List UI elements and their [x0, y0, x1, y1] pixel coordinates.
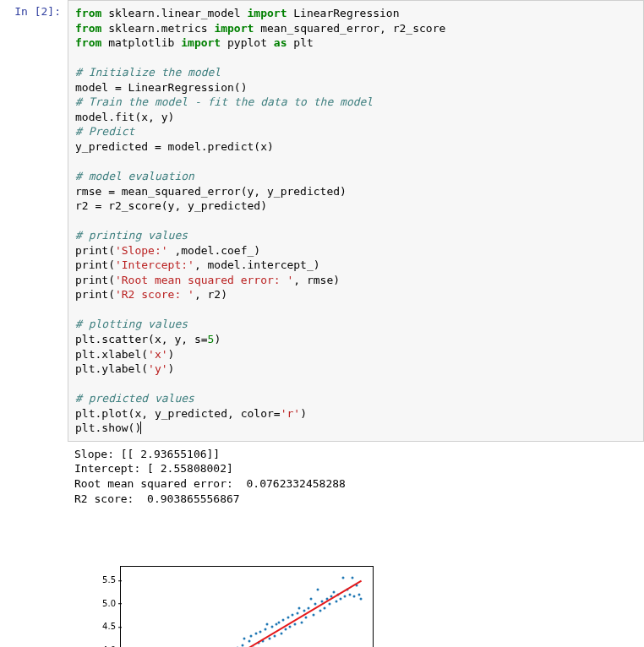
data-point — [319, 609, 321, 612]
data-point — [296, 612, 298, 614]
data-point — [335, 600, 337, 602]
data-point — [280, 633, 282, 635]
data-point — [289, 626, 292, 628]
data-point — [351, 577, 353, 579]
data-point — [360, 598, 363, 601]
data-point — [293, 623, 296, 626]
data-point — [312, 614, 314, 617]
data-point — [269, 637, 271, 639]
input-prompt: In [2]: — [0, 0, 68, 442]
data-point — [287, 617, 289, 619]
data-point — [324, 607, 326, 610]
plot-area: 2.53.03.54.04.55.05.50.00.20.40.60.81.0 — [120, 566, 374, 647]
data-point — [248, 639, 250, 642]
data-point — [305, 617, 308, 619]
data-point — [292, 614, 294, 617]
output-line: R2 score: 0.903865556867 — [74, 492, 240, 505]
data-point — [264, 628, 266, 630]
output-line: Slope: [[ 2.93655106]] — [74, 448, 220, 460]
data-point — [243, 637, 246, 639]
regression-line — [132, 580, 362, 647]
data-point — [303, 609, 305, 612]
data-point — [241, 644, 243, 647]
data-point — [285, 628, 287, 630]
data-point — [254, 633, 257, 635]
data-point — [270, 626, 273, 628]
data-point — [340, 598, 342, 601]
output-cell: Slope: [[ 2.93655106]] Intercept: [ 2.55… — [0, 442, 644, 647]
data-point — [259, 630, 262, 633]
scatter-chart: 2.53.03.54.04.55.05.50.00.20.40.60.81.0 … — [74, 557, 394, 647]
output-prompt — [0, 442, 68, 647]
data-point — [316, 589, 319, 591]
code-cell: In [2]: from sklearn.linear_model import… — [0, 0, 644, 442]
data-point — [276, 623, 278, 626]
code-editor[interactable]: from sklearn.linear_model import LinearR… — [68, 0, 644, 442]
data-point — [250, 635, 253, 638]
data-point — [344, 595, 347, 598]
data-point — [328, 602, 330, 605]
data-point — [348, 593, 351, 595]
output-line: Intercept: [ 2.55808002] — [74, 462, 233, 475]
data-point — [353, 595, 356, 598]
output-line: Root mean squared error: 0.0762332458288 — [74, 477, 346, 490]
data-point — [282, 618, 285, 621]
data-point — [301, 621, 303, 623]
chart-output: 2.53.03.54.04.55.05.50.00.20.40.60.81.0 … — [74, 521, 637, 647]
data-point — [266, 623, 269, 626]
stdout-output: Slope: [[ 2.93655106]] Intercept: [ 2.55… — [68, 442, 644, 647]
data-point — [332, 590, 335, 593]
data-point — [314, 602, 317, 605]
data-point — [309, 598, 312, 601]
data-point — [341, 577, 344, 579]
y-axis-label: y — [79, 566, 91, 647]
data-point — [273, 635, 276, 638]
data-point — [308, 607, 310, 610]
data-point — [298, 607, 301, 610]
data-point — [277, 621, 280, 623]
data-point — [357, 593, 360, 595]
